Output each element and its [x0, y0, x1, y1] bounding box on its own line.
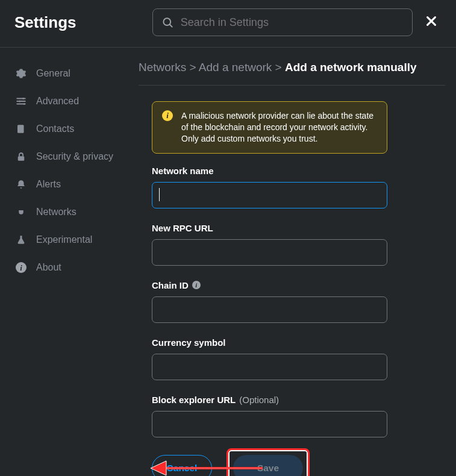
breadcrumb-networks[interactable]: Networks — [139, 61, 186, 74]
warning-text: A malicious network provider can lie abo… — [181, 110, 377, 145]
button-row: Cancel Save — [152, 448, 387, 476]
search-wrap — [152, 8, 413, 36]
rpc-url-label: New RPC URL — [152, 223, 387, 233]
search-icon — [161, 16, 173, 29]
info-icon: i — [16, 262, 27, 273]
search-input-container[interactable] — [152, 8, 413, 36]
cancel-button[interactable]: Cancel — [152, 455, 212, 476]
sidebar-item-label: Advanced — [36, 96, 79, 107]
plug-icon — [16, 207, 27, 218]
sidebar-item-label: Networks — [36, 207, 77, 218]
chain-id-input[interactable] — [152, 296, 387, 323]
body: General Advanced Contacts Security & pri… — [0, 48, 456, 475]
lock-icon — [16, 151, 27, 162]
chain-id-label-text: Chain ID — [152, 280, 189, 290]
block-explorer-label-text: Block explorer URL — [152, 395, 236, 405]
search-input[interactable] — [181, 16, 404, 29]
page-title: Settings — [14, 13, 77, 32]
form: i A malicious network provider can lie a… — [139, 101, 445, 476]
svg-rect-8 — [18, 156, 25, 161]
sidebar-item-security[interactable]: Security & privacy — [0, 143, 133, 171]
sidebar-item-label: Experimental — [36, 234, 92, 245]
sidebar-item-advanced[interactable]: Advanced — [0, 87, 133, 115]
breadcrumb-add-network[interactable]: Add a network — [199, 61, 272, 74]
breadcrumb: Networks > Add a network > Add a network… — [139, 58, 445, 85]
sidebar-item-label: Alerts — [36, 179, 61, 190]
svg-rect-7 — [17, 125, 24, 133]
flask-icon — [16, 234, 27, 245]
close-button[interactable] — [421, 11, 442, 34]
block-explorer-label: Block explorer URL (Optional) — [152, 395, 387, 405]
svg-point-6 — [23, 103, 25, 105]
block-explorer-input[interactable] — [152, 411, 387, 437]
chain-id-label: Chain ID i — [152, 280, 387, 290]
rpc-url-input[interactable] — [152, 239, 387, 266]
info-icon[interactable]: i — [192, 281, 201, 289]
divider — [139, 85, 445, 86]
save-highlight: Save — [226, 448, 310, 476]
sidebar-item-experimental[interactable]: Experimental — [0, 226, 133, 254]
sidebar-item-label: General — [36, 68, 70, 79]
gear-icon — [16, 68, 27, 79]
main: Networks > Add a network > Add a network… — [133, 48, 456, 475]
breadcrumb-sep: > — [275, 61, 282, 74]
currency-symbol-input[interactable] — [152, 354, 387, 380]
sidebar-item-label: About — [36, 262, 61, 273]
svg-point-5 — [19, 101, 20, 102]
warning-icon: i — [162, 110, 173, 121]
sidebar-item-label: Contacts — [36, 124, 74, 134]
currency-symbol-label: Currency symbol — [152, 337, 387, 348]
sidebar-item-about[interactable]: i About — [0, 254, 133, 281]
sidebar: General Advanced Contacts Security & pri… — [0, 48, 133, 475]
header: Settings — [0, 0, 456, 48]
network-name-label: Network name — [152, 166, 387, 176]
breadcrumb-sep: > — [189, 61, 196, 74]
sliders-icon — [16, 96, 27, 107]
breadcrumb-current: Add a network manually — [285, 61, 417, 74]
sidebar-item-alerts[interactable]: Alerts — [0, 171, 133, 198]
sidebar-item-general[interactable]: General — [0, 60, 133, 87]
warning-banner: i A malicious network provider can lie a… — [152, 101, 387, 154]
sidebar-item-contacts[interactable]: Contacts — [0, 115, 133, 143]
svg-line-1 — [169, 25, 172, 27]
save-button[interactable]: Save — [233, 455, 303, 476]
svg-point-4 — [22, 98, 24, 99]
close-icon — [425, 14, 438, 28]
bell-icon — [16, 179, 27, 190]
optional-text: (Optional) — [239, 395, 279, 405]
sidebar-item-label: Security & privacy — [36, 151, 113, 162]
contacts-icon — [16, 124, 27, 134]
sidebar-item-networks[interactable]: Networks — [0, 198, 133, 226]
network-name-input[interactable] — [152, 182, 387, 208]
